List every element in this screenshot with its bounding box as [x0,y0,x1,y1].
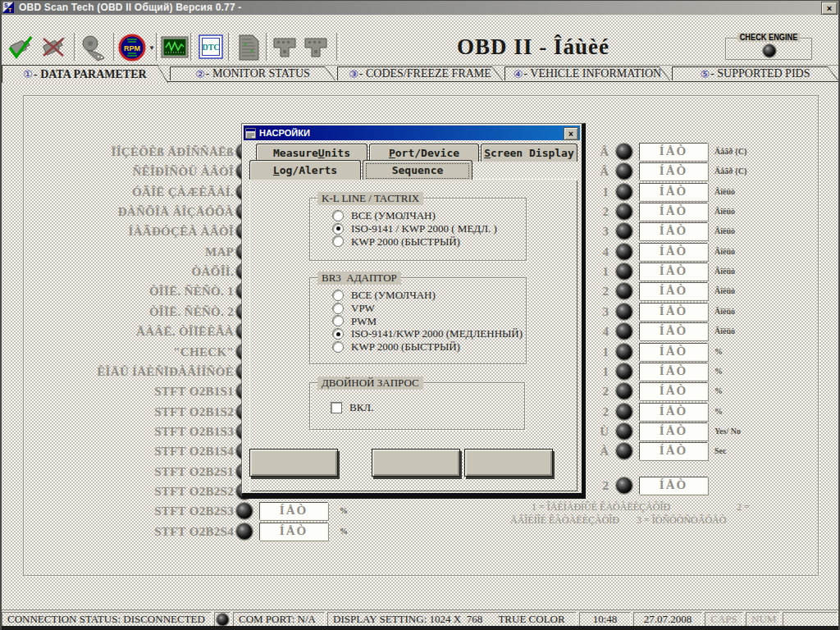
disconnect-button[interactable] [38,32,69,63]
app-icon: S T [2,2,14,13]
connect-button[interactable] [5,32,36,63]
value-field: ÍÅÒ [639,322,708,340]
parameter-led [616,363,632,380]
dialog-tab[interactable]: Sequence [363,160,472,180]
svg-text:RPM: RPM [124,44,140,52]
parameter-led [616,223,632,240]
connection-led [217,614,229,626]
tab-label: Measure [273,147,318,159]
kl-line-group: K-L LINE / TACTRIX ВСЕ (УМОЛЧАН) ISO-914… [309,198,527,261]
radio-icon [332,210,344,221]
tab-hotkey: P [389,147,395,159]
value-field: ÍÅÒ [639,303,708,321]
tab-number-icon: ② [195,68,205,80]
radio-label: KWP 2000 (БЫСТРЫЙ) [351,340,460,354]
plug-a-button[interactable] [269,32,300,63]
rpm-gauge-button[interactable]: RPM [116,32,148,63]
disconnect-icon [39,33,68,62]
parameter-led [616,244,632,260]
value-field: ÍÅÒ [639,143,708,161]
num-indicator: NUM [746,612,780,627]
window-border [0,0,840,1]
parameter-led [616,144,632,160]
toolbar-separator [336,33,340,61]
window-title: OBD Scan Tech (OBD II Общий) Версия 0.77… [19,2,242,13]
radio-icon [332,341,344,353]
radio-option[interactable]: VPW [332,302,523,315]
app-window: S T OBD Scan Tech (OBD II Общий) Версия … [0,0,840,630]
radio-label: ВСЕ (УМОЛЧАН) [351,209,436,222]
footnote-line-1: 1 = ÎÄÈÍÀÐÍÛÉ ÊÀÒÀËÈÇÀÒÎÐ 2 = [532,501,750,514]
dialog-button[interactable] [249,449,338,477]
memory-card-icon [234,33,263,62]
tab-label: - VEHICLE INFORMATION [523,67,661,80]
br3-adapter-group: BR3 АДАПТОР ВСЕ (УМОЛЧАН) VPW PWM [309,277,527,364]
window-close-button[interactable]: × [821,2,838,15]
log-button[interactable] [79,32,110,63]
parameter-led [616,443,632,459]
film-log-icon [80,33,109,62]
value-field: ÍÅÒ [639,403,708,421]
unit-label: Âîëüò [714,322,735,341]
radio-icon [332,290,344,301]
parameter-label: STFT O2B2S4 [25,522,234,541]
unit-label: Yes/ No [714,422,741,441]
dialog-button[interactable] [464,449,553,477]
value-field: ÍÅÒ [639,162,708,180]
radio-option[interactable]: ВСЕ (УМОЛЧАН) [332,289,523,302]
main-tab[interactable]: ① - DATA PARAMETER [2,65,168,83]
value-field: ÍÅÒ [639,282,708,300]
dialog-tab[interactable]: Screen Display [481,144,578,162]
tab-label: - DATA PARAMETER [34,68,147,81]
radio-option[interactable]: PWM [332,315,523,328]
unit-label: Âîëüò [714,302,735,322]
radio-option[interactable]: ISO-9141/KWP 2000 (МЕДЛЕННЫЙ) [332,327,523,340]
group-title: K-L LINE / TACTRIX [317,192,423,205]
checkbox-option[interactable]: ВКЛ. [331,401,373,414]
unit-label: Äåãð {C} [714,142,747,162]
window-border [0,626,840,630]
unit-label: Âîëüò [714,182,735,202]
memory-button[interactable] [233,32,264,63]
menu-bar [0,15,840,30]
radio-option[interactable]: ISO-9141 / KWP 2000 ( МЕДЛ. ) [332,222,523,235]
unit-label: % [340,522,348,541]
dialog-button[interactable] [372,449,460,477]
tab-label: ort/Device [395,147,459,159]
dialog-tab[interactable]: Log/Alerts [249,160,361,180]
toolbar-separator [228,33,231,61]
toolbar-separator [74,33,77,61]
plug-b-button[interactable] [300,32,331,63]
main-tab[interactable]: ④ - VEHICLE INFORMATION [504,66,670,80]
rpm-dropdown-icon[interactable]: ▼ [148,44,155,52]
radio-option[interactable]: ВСЕ (УМОЛЧАН) [332,209,523,222]
check-engine-led [763,44,776,57]
radio-option[interactable]: KWP 2000 (БЫСТРЫЙ) [332,235,523,249]
value-field: ÍÅÒ [639,422,708,441]
dialog-close-button[interactable]: × [564,127,578,140]
parameter-led [616,344,632,360]
dialog-tab[interactable]: Port/Device [369,144,479,162]
dtc-button[interactable]: DTC [195,32,226,63]
graph-button[interactable] [159,32,190,63]
dialog-titlebar: НАСРОЙКИ × [244,126,580,140]
parameter-led [236,503,253,519]
tab-number-icon: ① [23,68,33,80]
tab-number-icon: ⑤ [701,68,710,80]
radio-icon [332,315,344,326]
parameter-led [616,323,632,340]
unit-label: Âîëüò [714,242,735,262]
unit-label: % [714,402,723,422]
connection-status: CONNECTION STATUS: DISCONNECTED [2,612,212,627]
radio-label: ВСЕ (УМОЛЧАН) [351,289,436,302]
radio-label: ISO-9141/KWP 2000 (МЕДЛЕННЫЙ) [351,327,523,340]
dialog-icon [245,128,256,139]
radio-icon [332,223,344,235]
dialog-tab[interactable]: Measure Units [256,144,368,162]
main-tab[interactable]: ③ - CODES/FREEZE FRAME [337,66,503,80]
unit-label: Âîëüò [714,221,735,241]
main-tab[interactable]: ⑤ - SUPPORTED PIDS [672,66,838,80]
toolbar-separator [190,33,194,61]
radio-option[interactable]: KWP 2000 (БЫСТРЫЙ) [332,340,523,354]
main-tab[interactable]: ② - MONITOR STATUS [170,66,336,80]
